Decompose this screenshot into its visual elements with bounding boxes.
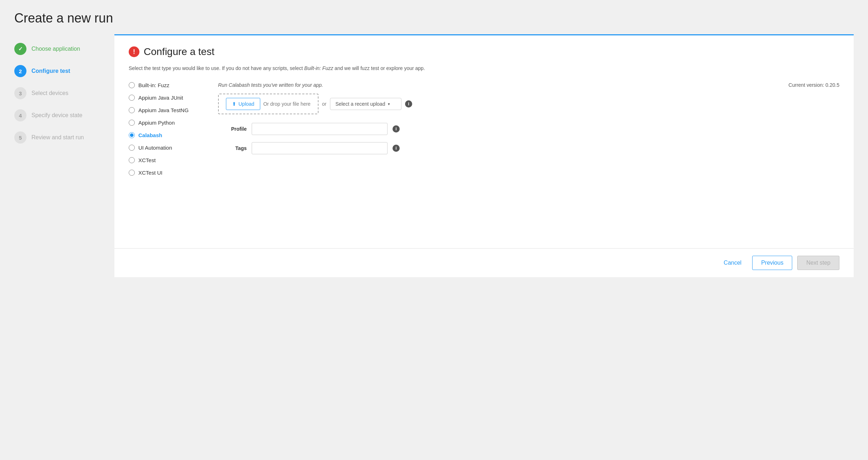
- step-label-2: Configure test: [31, 68, 70, 74]
- radio-appium-junit[interactable]: [129, 95, 135, 101]
- profile-info-icon[interactable]: i: [393, 125, 400, 132]
- error-icon: !: [129, 46, 139, 57]
- tags-info-icon[interactable]: i: [393, 145, 400, 152]
- chevron-down-icon: ▾: [388, 102, 390, 106]
- profile-input[interactable]: [252, 123, 388, 135]
- step-circle-1: ✓: [14, 43, 26, 55]
- radio-item-ui-automation[interactable]: UI Automation: [129, 145, 200, 151]
- previous-button[interactable]: Previous: [752, 256, 792, 270]
- sidebar-item-review-start[interactable]: 5 Review and start run: [14, 126, 114, 149]
- step-label-1: Choose application: [31, 46, 80, 52]
- radio-xctest-ui[interactable]: [129, 170, 135, 176]
- drop-text: Or drop your file here: [263, 101, 310, 107]
- version-label: Current version: 0.20.5: [789, 82, 839, 88]
- radio-xctest[interactable]: [129, 157, 135, 163]
- section-title: Configure a test: [144, 46, 214, 58]
- page-title: Create a new run: [14, 11, 854, 26]
- radio-item-xctest-ui[interactable]: XCTest UI: [129, 170, 200, 176]
- step-circle-2: 2: [14, 65, 26, 77]
- radio-item-appium-python[interactable]: Appium Python: [129, 120, 200, 126]
- radio-item-appium-junit[interactable]: Appium Java JUnit: [129, 95, 200, 101]
- step-label-5: Review and start run: [31, 134, 84, 141]
- step-circle-4: 4: [14, 109, 26, 121]
- radio-label-appium-python: Appium Python: [138, 120, 175, 126]
- profile-label: Profile: [218, 126, 247, 132]
- upload-button-label: Upload: [238, 101, 254, 107]
- radio-label-xctest: XCTest: [138, 157, 156, 163]
- radio-calabash[interactable]: [129, 132, 135, 138]
- recent-upload-label: Select a recent upload: [335, 101, 385, 107]
- upload-info-icon[interactable]: i: [405, 100, 412, 108]
- right-panel-desc: Run Calabash tests you've written for yo…: [218, 82, 839, 88]
- section-description: Select the test type you would like to u…: [129, 65, 839, 72]
- radio-label-appium-testng: Appium Java TestNG: [138, 107, 189, 113]
- upload-icon: ⬆: [232, 101, 236, 107]
- radio-appium-testng[interactable]: [129, 107, 135, 113]
- sidebar: ✓ Choose application 2 Configure test 3 …: [14, 34, 114, 277]
- or-text: or: [322, 101, 326, 107]
- footer-actions: Cancel Previous Next step: [114, 248, 854, 277]
- tags-input[interactable]: [252, 142, 388, 154]
- test-body: Built-in: Fuzz Appium Java JUnit Appium …: [129, 82, 839, 248]
- radio-label-ui-automation: UI Automation: [138, 145, 172, 151]
- sidebar-item-choose-application[interactable]: ✓ Choose application: [14, 38, 114, 60]
- radio-item-appium-testng[interactable]: Appium Java TestNG: [129, 107, 200, 113]
- right-panel: Run Calabash tests you've written for yo…: [218, 82, 839, 248]
- sidebar-item-configure-test[interactable]: 2 Configure test: [14, 60, 114, 82]
- step-label-4: Specify device state: [31, 112, 82, 119]
- radio-item-xctest[interactable]: XCTest: [129, 157, 200, 163]
- upload-zone: ⬆ Upload Or drop your file here or Selec…: [218, 94, 839, 114]
- radio-label-appium-junit: Appium Java JUnit: [138, 95, 183, 101]
- step-circle-5: 5: [14, 131, 26, 144]
- main-container: ✓ Choose application 2 Configure test 3 …: [14, 34, 854, 277]
- radio-ui-automation[interactable]: [129, 145, 135, 151]
- step-label-3: Select devices: [31, 90, 68, 96]
- test-description-text: Run Calabash tests you've written for yo…: [218, 82, 323, 88]
- tags-row: Tags i: [218, 142, 839, 154]
- radio-appium-python[interactable]: [129, 120, 135, 126]
- radio-item-calabash[interactable]: Calabash: [129, 132, 200, 138]
- radio-label-xctest-ui: XCTest UI: [138, 170, 163, 176]
- radio-label-builtin-fuzz: Built-in: Fuzz: [138, 82, 169, 88]
- radio-item-builtin-fuzz[interactable]: Built-in: Fuzz: [129, 82, 200, 88]
- content-area: ! Configure a test Select the test type …: [114, 34, 854, 277]
- sidebar-item-select-devices[interactable]: 3 Select devices: [14, 82, 114, 104]
- sidebar-item-specify-device-state[interactable]: 4 Specify device state: [14, 104, 114, 126]
- next-step-button: Next step: [797, 256, 839, 270]
- radio-builtin-fuzz[interactable]: [129, 82, 135, 88]
- upload-button[interactable]: ⬆ Upload: [226, 98, 260, 110]
- step-circle-3: 3: [14, 87, 26, 99]
- radio-label-calabash: Calabash: [138, 132, 162, 138]
- section-header: ! Configure a test: [129, 46, 839, 58]
- upload-dropzone[interactable]: ⬆ Upload Or drop your file here: [218, 94, 319, 114]
- profile-row: Profile i: [218, 123, 839, 135]
- tags-label: Tags: [218, 145, 247, 151]
- recent-upload-select[interactable]: Select a recent upload ▾: [330, 98, 401, 110]
- cancel-button[interactable]: Cancel: [718, 256, 747, 270]
- radio-list: Built-in: Fuzz Appium Java JUnit Appium …: [129, 82, 200, 248]
